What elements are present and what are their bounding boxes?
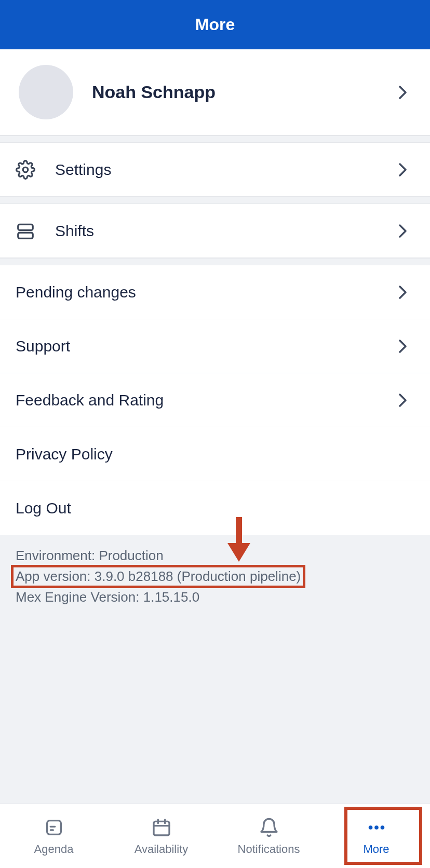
svg-point-0 [23, 167, 28, 172]
page-title: More [195, 15, 235, 34]
tab-availability[interactable]: Availability [108, 804, 215, 868]
app-version-text: App version: 3.9.0 b28188 (Production pi… [16, 568, 301, 584]
feedback-label: Feedback and Rating [16, 391, 396, 409]
logout-row[interactable]: Log Out [0, 481, 430, 535]
tab-bar: Agenda Availability Notifications More [0, 804, 430, 868]
section-gap [0, 258, 430, 265]
section-gap [0, 135, 430, 143]
shifts-icon [16, 221, 35, 241]
privacy-label: Privacy Policy [16, 445, 414, 463]
header: More [0, 0, 430, 49]
chevron-right-icon [396, 85, 410, 100]
chevron-right-icon [396, 339, 410, 354]
svg-rect-1 [18, 224, 33, 230]
svg-point-14 [380, 825, 384, 830]
svg-rect-2 [18, 233, 33, 238]
support-label: Support [16, 337, 396, 355]
shifts-label: Shifts [55, 222, 396, 240]
agenda-icon [43, 817, 65, 838]
tab-notifications-label: Notifications [238, 843, 300, 856]
section-gap [0, 197, 430, 204]
chevron-right-icon [396, 162, 410, 177]
pending-changes-row[interactable]: Pending changes [0, 265, 430, 319]
settings-row[interactable]: Settings [0, 143, 430, 197]
more-horizontal-icon [366, 817, 387, 838]
tab-more-label: More [363, 843, 389, 856]
chevron-right-icon [396, 393, 410, 408]
support-row[interactable]: Support [0, 319, 430, 373]
calendar-icon [151, 817, 172, 838]
chevron-right-icon [396, 224, 410, 238]
profile-name: Noah Schnapp [92, 82, 396, 102]
chevron-right-icon [396, 285, 410, 300]
footer-info: Environment: Production App version: 3.9… [0, 535, 430, 618]
shifts-row[interactable]: Shifts [0, 204, 430, 258]
settings-label: Settings [55, 161, 396, 179]
tab-availability-label: Availability [135, 843, 189, 856]
svg-rect-8 [154, 821, 169, 835]
mex-engine-text: Mex Engine Version: 1.15.15.0 [16, 588, 414, 606]
main-content: Noah Schnapp Settings Shifts Pending cha… [0, 49, 430, 618]
tab-notifications[interactable]: Notifications [215, 804, 322, 868]
tab-agenda[interactable]: Agenda [0, 804, 108, 868]
svg-point-13 [374, 825, 379, 830]
logout-label: Log Out [16, 499, 414, 517]
tab-more[interactable]: More [322, 804, 430, 868]
environment-text: Environment: Production [16, 547, 414, 565]
avatar [19, 65, 73, 119]
bell-icon [258, 817, 280, 838]
svg-point-12 [368, 825, 372, 830]
app-version-highlight: App version: 3.9.0 b28188 (Production pi… [11, 565, 305, 588]
feedback-row[interactable]: Feedback and Rating [0, 373, 430, 427]
gear-icon [16, 160, 35, 180]
pending-changes-label: Pending changes [16, 283, 396, 301]
privacy-row[interactable]: Privacy Policy [0, 427, 430, 481]
tab-agenda-label: Agenda [34, 843, 74, 856]
profile-row[interactable]: Noah Schnapp [0, 49, 430, 135]
